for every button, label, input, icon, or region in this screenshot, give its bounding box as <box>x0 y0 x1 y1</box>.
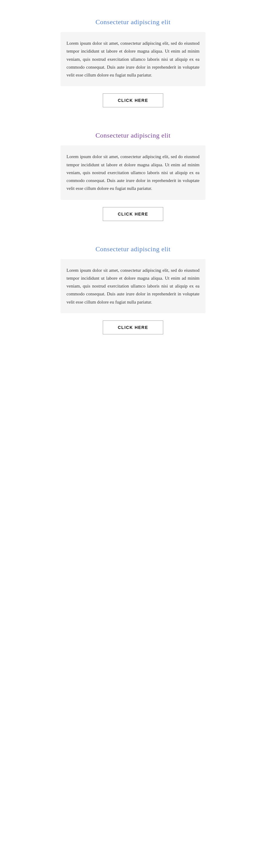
card-1-body: Lorem ipsum dolor sit amet, consectetur … <box>61 32 205 86</box>
card-3-text: Lorem ipsum dolor sit amet, consectetur … <box>67 266 199 306</box>
card-3: Consectetur adipiscing elitLorem ipsum d… <box>61 245 205 334</box>
page-wrapper: Consectetur adipiscing elitLorem ipsum d… <box>0 0 266 868</box>
card-2: Consectetur adipiscing elitLorem ipsum d… <box>61 131 205 221</box>
card-3-title: Consectetur adipiscing elit <box>96 245 170 253</box>
card-1-title: Consectetur adipiscing elit <box>96 18 170 26</box>
card-2-body: Lorem ipsum dolor sit amet, consectetur … <box>61 146 205 199</box>
card-1-text: Lorem ipsum dolor sit amet, consectetur … <box>67 39 199 79</box>
card-1-click-button[interactable]: CLICK HERE <box>103 93 163 107</box>
card-3-body: Lorem ipsum dolor sit amet, consectetur … <box>61 259 205 313</box>
card-2-text: Lorem ipsum dolor sit amet, consectetur … <box>67 153 199 192</box>
card-1: Consectetur adipiscing elitLorem ipsum d… <box>61 18 205 107</box>
card-2-title: Consectetur adipiscing elit <box>96 131 170 140</box>
card-3-click-button[interactable]: CLICK HERE <box>103 320 163 334</box>
card-2-click-button[interactable]: CLICK HERE <box>103 207 163 221</box>
